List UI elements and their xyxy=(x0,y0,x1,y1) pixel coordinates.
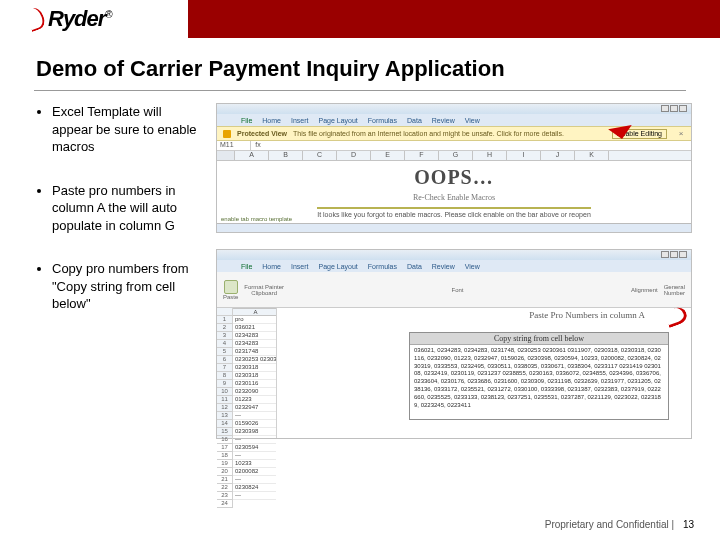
ribbon-label: Number xyxy=(664,290,685,296)
protected-label: Protected View xyxy=(237,130,287,137)
cell: 036021 xyxy=(233,324,276,332)
cell: 0234283 xyxy=(233,332,276,340)
logo-swoosh-icon xyxy=(661,308,687,326)
excel-ribbon-body: Paste Format PainterClipboard Font Align… xyxy=(217,272,691,308)
slide-footer: Proprietary and Confidential | 13 xyxy=(545,519,694,530)
ribbon-tab: Home xyxy=(262,263,281,270)
ribbon-tab: File xyxy=(241,263,252,270)
brand-logo: Ryder® xyxy=(0,0,188,38)
cell: 0230824 xyxy=(233,484,276,492)
row-headers: 123456789101112131415161718192021222324 xyxy=(217,308,233,438)
ribbon-label: Clipboard xyxy=(251,290,277,296)
cell: — xyxy=(233,492,276,500)
ribbon-tab: Page Layout xyxy=(318,117,357,124)
ribbon-label: Alignment xyxy=(631,287,658,293)
registered-mark: ® xyxy=(105,9,111,20)
protected-text: This file originated from an Internet lo… xyxy=(293,130,564,137)
ribbon-paste-group: Paste xyxy=(223,280,238,300)
cell: 0232947 xyxy=(233,404,276,412)
col-header: E xyxy=(371,151,405,160)
col-header: F xyxy=(405,151,439,160)
ribbon-tab: Review xyxy=(432,263,455,270)
window-buttons xyxy=(660,105,687,114)
bullet-item: Excel Template will appear be sure to en… xyxy=(52,103,198,156)
copy-string-box: Copy string from cell below 036021, 0234… xyxy=(409,332,669,420)
sheet-area: 123456789101112131415161718192021222324 … xyxy=(217,308,691,438)
formula-bar: M11 fx xyxy=(217,141,691,151)
oops-heading: OOPS… xyxy=(414,166,493,189)
cell: — xyxy=(233,476,276,484)
cell: — xyxy=(233,452,276,460)
cell: 0230116 xyxy=(233,380,276,388)
column-a: A pro 036021 0234283 0234283 0231748 023… xyxy=(233,308,277,438)
slide-header: Ryder® xyxy=(0,0,720,38)
col-header: J xyxy=(541,151,575,160)
ribbon-tab: Data xyxy=(407,263,422,270)
logo-swoosh-icon xyxy=(25,6,48,32)
paste-icon xyxy=(224,280,238,294)
macro-subtext: Re-Check Enable Macros xyxy=(413,193,495,202)
excel-screenshot-paste: File Home Insert Page Layout Formulas Da… xyxy=(216,249,692,439)
ribbon-number-group: GeneralNumber xyxy=(664,284,685,296)
protected-view-bar: Protected View This file originated from… xyxy=(217,126,691,141)
cell: 0159026 xyxy=(233,420,276,428)
cell: 0230594 xyxy=(233,444,276,452)
excel-titlebar xyxy=(217,250,691,260)
col-header: H xyxy=(473,151,507,160)
header-accent-bar xyxy=(188,0,720,38)
ribbon-tab: View xyxy=(465,263,480,270)
cell: 01223 xyxy=(233,396,276,404)
bullet-item: Copy pro numbers from "Copy string from … xyxy=(52,260,198,313)
image-column: File Home Insert Page Layout Formulas Da… xyxy=(216,103,692,439)
ribbon-tab: Review xyxy=(432,117,455,124)
cell: 0234283 xyxy=(233,340,276,348)
cell: — xyxy=(233,436,276,444)
cell: — xyxy=(233,412,276,420)
col-header: A xyxy=(233,308,276,316)
copy-box-title: Copy string from cell below xyxy=(410,333,668,345)
col-header: K xyxy=(575,151,609,160)
cell: 0230253 0230361 0311907 xyxy=(233,356,276,364)
excel-titlebar xyxy=(217,104,691,114)
col-header: A xyxy=(235,151,269,160)
shield-icon xyxy=(223,130,231,138)
ribbon-tab: File xyxy=(241,117,252,124)
cell: pro xyxy=(233,316,276,324)
col-header: I xyxy=(507,151,541,160)
ribbon-tab: View xyxy=(465,117,480,124)
cell-reference: M11 xyxy=(217,141,251,150)
col-header: D xyxy=(337,151,371,160)
ribbon-tab: Formulas xyxy=(368,117,397,124)
cell: 0231748 xyxy=(233,348,276,356)
brand-text: Ryder xyxy=(48,6,105,31)
cell: 0230318 xyxy=(233,364,276,372)
col-header: C xyxy=(303,151,337,160)
page-number: 13 xyxy=(683,519,694,530)
sheet-tabs: enable tab macro template xyxy=(221,216,292,222)
ribbon-tab: Insert xyxy=(291,263,309,270)
excel-ribbon-tabs: File Home Insert Page Layout Formulas Da… xyxy=(217,114,691,126)
macro-instruction: It looks like you forgot to enable macro… xyxy=(317,207,591,218)
bullet-item: Paste pro numbers in column A the will a… xyxy=(52,182,198,235)
cell: 0232090 xyxy=(233,388,276,396)
excel-ribbon-tabs: File Home Insert Page Layout Formulas Da… xyxy=(217,260,691,272)
ribbon-tab: Home xyxy=(262,117,281,124)
ribbon-font-group: Font xyxy=(290,287,625,293)
close-icon[interactable]: × xyxy=(677,130,685,138)
oops-message: OOPS… Re-Check Enable Macros It looks li… xyxy=(217,161,691,223)
ribbon-align-group: Alignment xyxy=(631,287,658,293)
copy-box-body: 036021, 0234283, 0234283, 0231748, 02302… xyxy=(410,345,668,411)
red-arrow-icon xyxy=(608,125,634,141)
ribbon-clipboard-group: Format PainterClipboard xyxy=(244,284,284,296)
cell: 0230318 xyxy=(233,372,276,380)
cell: 0230398 xyxy=(233,428,276,436)
column-headers: A B C D E F G H I J K xyxy=(217,151,691,161)
bullet-column: Excel Template will appear be sure to en… xyxy=(38,103,198,439)
window-buttons xyxy=(660,251,687,260)
cell: 10233 xyxy=(233,460,276,468)
excel-screenshot-macros: File Home Insert Page Layout Formulas Da… xyxy=(216,103,692,233)
ribbon-tab: Insert xyxy=(291,117,309,124)
col-header: G xyxy=(439,151,473,160)
sheet-canvas: Paste Pro Numbers in column A Copy strin… xyxy=(277,308,691,438)
ribbon-label: Paste xyxy=(223,294,238,300)
